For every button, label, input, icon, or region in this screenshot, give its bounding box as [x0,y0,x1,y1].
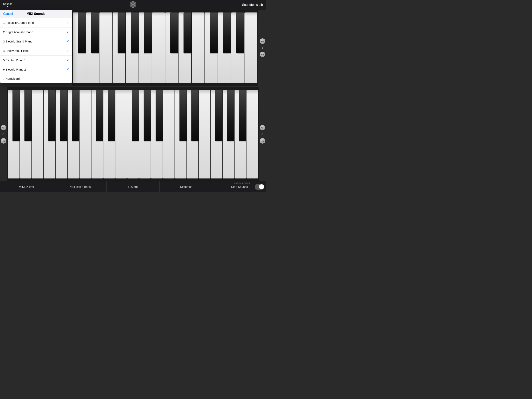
top-piano-keys[interactable] [72,11,258,84]
midi-sounds-dropdown: Cancel MIDI Sounds 1.Acoustic Grand Pian… [0,10,72,83]
svg-rect-54 [163,90,174,179]
svg-rect-26 [118,13,126,53]
top-right-controls: ▶▶ 1 ◀◀ [259,10,266,86]
svg-point-3 [131,3,132,4]
sounds-list: 1.Acoustic Grand Piano✓2.Bright Acoustic… [0,18,72,83]
dropdown-header: Cancel MIDI Sounds [0,10,72,18]
bottom-left-controls: ▶▶ -1 ◀◀ [0,87,7,181]
bottom-right-controls: ▶▶ -1 ◀◀ [259,87,266,181]
tab-percussion-bank[interactable]: Percussion Bank [53,181,106,192]
app-logo [129,1,137,9]
svg-rect-36 [210,13,218,53]
top-piano [72,10,258,86]
sounds-menu[interactable]: Sounds ▲ [3,2,12,7]
bottom-right-back-button[interactable]: ◀◀ [260,138,265,144]
svg-rect-85 [191,90,199,141]
svg-rect-50 [115,90,127,179]
bottom-right-forward-button[interactable]: ▶▶ [260,125,265,130]
svg-rect-9 [99,13,112,83]
list-item[interactable]: 6.Electric Piano 2✓ [0,65,72,74]
bottom-left-back-button[interactable]: ◀◀ [1,138,6,144]
svg-rect-38 [223,13,231,53]
svg-rect-65 [25,90,32,141]
soundfonts-lib-button[interactable]: Soundfonts Lib [242,3,263,7]
list-item[interactable]: 3.Electric Grand Piano✓ [0,37,72,46]
tab-distortion[interactable]: Distortion [160,181,213,192]
bottom-left-octave: -1 [2,133,5,136]
list-item[interactable]: 5.Electric Piano 1✓ [0,56,72,65]
svg-rect-34 [184,13,192,53]
svg-rect-16 [192,13,204,83]
tab-midi-player[interactable]: MIDI Player [0,181,53,192]
sustain-label: SUSTAIN PEDAL [234,182,250,184]
svg-rect-40 [236,13,244,53]
svg-point-4 [134,3,135,4]
svg-rect-20 [244,13,257,83]
svg-rect-22 [78,13,86,53]
svg-rect-75 [108,90,115,141]
top-forward-button[interactable]: ▶▶ [260,38,265,44]
bottom-tabs: MIDI PlayerPercussion BankReverbDistorti… [0,181,266,192]
sounds-arrow-icon: ▲ [7,6,9,7]
svg-rect-24 [91,13,99,53]
svg-point-2 [132,4,134,5]
svg-rect-13 [152,13,165,83]
svg-rect-30 [144,13,152,53]
svg-rect-47 [79,90,91,179]
svg-rect-91 [239,90,246,141]
top-bar: Sounds ▲ Soundfonts Lib [0,0,266,10]
svg-rect-81 [156,90,163,141]
bottom-keyboard: ▶▶ -1 ◀◀ ▶▶ -1 ◀◀ [0,87,266,181]
list-item[interactable]: 1.Acoustic Grand Piano✓ [0,18,72,27]
bottom-piano [7,87,259,181]
bottom-right-octave: -1 [261,133,264,136]
svg-point-6 [134,5,135,6]
bottom-bar: MIDI PlayerPercussion BankReverbDistorti… [0,181,266,192]
list-item[interactable]: 7.Harpsicord [0,74,72,83]
svg-rect-77 [132,90,139,141]
dropdown-title: MIDI Sounds [26,12,45,16]
top-octave-number: 1 [262,46,263,49]
svg-rect-89 [227,90,234,141]
sounds-label: Sounds [3,2,12,6]
svg-rect-32 [170,13,178,53]
bottom-piano-keys[interactable] [7,89,259,180]
svg-rect-87 [215,90,222,141]
list-item[interactable]: 2.Bright Acoustic Piano✓ [0,27,72,37]
svg-rect-57 [199,90,210,179]
svg-point-5 [131,5,132,6]
list-item[interactable]: 4.Honky-tonk Piano✓ [0,46,72,56]
cancel-button[interactable]: Cancel [3,12,13,16]
svg-rect-67 [48,90,56,141]
sustain-toggle[interactable] [255,184,265,190]
svg-rect-28 [131,13,139,53]
svg-rect-43 [32,90,43,179]
svg-rect-83 [180,90,187,141]
bottom-left-forward-button[interactable]: ▶▶ [1,125,6,130]
top-back-button[interactable]: ◀◀ [260,52,265,57]
svg-rect-69 [60,90,67,141]
toggle-knob [259,184,264,189]
svg-rect-73 [96,90,103,141]
svg-rect-63 [13,90,20,141]
midi-logo-icon [129,1,137,8]
tab-reverb[interactable]: Reverb [107,181,160,192]
svg-rect-61 [247,90,258,179]
svg-rect-71 [72,90,79,141]
svg-rect-79 [144,90,151,141]
